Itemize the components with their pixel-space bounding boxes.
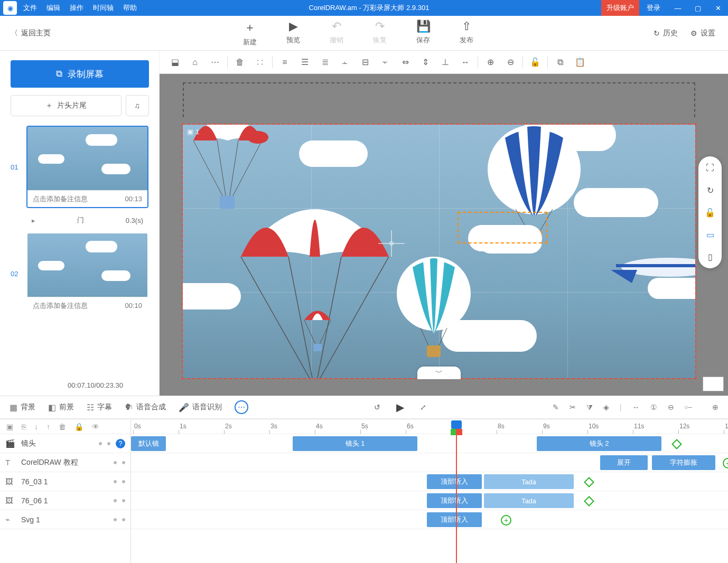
copy-icon[interactable]: ⧉ — [550, 53, 570, 71]
track-visibility-dot[interactable] — [114, 499, 117, 502]
play-transition-icon[interactable]: ▸ — [32, 217, 35, 224]
zoom-in-timeline-icon[interactable]: ⊕ — [712, 403, 718, 411]
paste-icon[interactable]: 📋 — [570, 53, 590, 71]
canvas-frame[interactable] — [183, 125, 695, 378]
timeline-clip[interactable]: 顶部斩入 — [427, 512, 482, 527]
transition-row[interactable]: ▸ 门 0.3(s) — [11, 213, 148, 227]
selection-box[interactable] — [458, 212, 547, 243]
track-lock-dot[interactable] — [122, 518, 125, 521]
record-screen-button[interactable]: ⧉ 录制屏幕 — [11, 60, 149, 88]
timeline-lane[interactable]: 顶部斩入Tada一直 — [131, 472, 728, 491]
lock-icon[interactable]: 🔓 — [525, 53, 545, 71]
keyframe-diamond[interactable] — [671, 439, 682, 449]
timeline-lane[interactable]: 顶部斩入Tada一直 — [131, 491, 728, 510]
keyframe-diamond[interactable] — [584, 477, 594, 487]
timeline-clip[interactable]: 默认镜 — [131, 436, 166, 451]
track-header[interactable]: 🖼 76_06 1 — [0, 491, 130, 510]
stage-collapse-handle[interactable]: ﹀ — [417, 367, 461, 379]
keyframe-diamond[interactable] — [584, 496, 594, 506]
timeline-ruler[interactable]: 0s1s2s3s4s5s6s7s8s9s10s11s12s13s — [131, 419, 728, 434]
marker-icon[interactable]: ◈ — [603, 403, 609, 411]
add-keyframe-button[interactable]: + — [723, 458, 728, 468]
playhead-handle-icon[interactable] — [451, 420, 462, 429]
align-left-icon[interactable]: ≡ — [275, 53, 295, 71]
layer-back-icon[interactable]: ⬓ — [165, 53, 185, 71]
upgrade-button[interactable]: 升级账户 — [601, 0, 639, 16]
timeline-clip[interactable]: Tada — [484, 493, 574, 508]
add-intro-outro-button[interactable]: ＋ 片头片尾 — [11, 95, 122, 116]
home-icon[interactable]: ⌂ — [185, 53, 205, 71]
track-header[interactable]: 🎬 镜头 ? — [0, 434, 130, 453]
scene-thumbnail[interactable]: 点击添加备注信息 00:10 — [26, 232, 148, 315]
edit-pencil-icon[interactable]: ✎ — [553, 403, 559, 411]
zoom-slider-icon[interactable]: ○─ — [685, 404, 692, 410]
align-middle-icon[interactable]: ⊟ — [355, 53, 375, 71]
track-visibility-dot[interactable] — [114, 461, 117, 464]
rotate-icon[interactable]: ↻ — [704, 184, 716, 196]
maximize-button[interactable]: ▢ — [688, 0, 708, 16]
spacing-icon[interactable]: ↔ — [455, 53, 475, 71]
tab-tts[interactable]: 🗣语音合成 — [125, 402, 166, 412]
tl-tool-eye-icon[interactable]: 👁 — [92, 423, 99, 431]
timeline-lane[interactable]: 顶部斩入一直+ — [131, 510, 728, 529]
align-center-icon[interactable]: ☰ — [295, 53, 315, 71]
tl-tool-folder-icon[interactable]: ⎘ — [22, 423, 26, 431]
timeline-clip[interactable]: 顶部斩入 — [427, 493, 482, 508]
scene-caption[interactable]: 点击添加备注信息 — [33, 301, 88, 311]
track-header[interactable]: ⌁ Svg 1 — [0, 510, 130, 529]
tool-new[interactable]: ＋新建 — [238, 20, 262, 47]
focus-icon[interactable]: ⸬ — [250, 53, 270, 71]
timeline-lane[interactable]: 展开字符膨胀一直+ — [131, 453, 728, 472]
track-visibility-dot[interactable] — [114, 518, 117, 521]
menu-timeline[interactable]: 时间轴 — [93, 3, 114, 13]
playhead[interactable] — [456, 420, 457, 563]
more-h-icon[interactable]: ⋯ — [205, 53, 225, 71]
track-lock-dot[interactable] — [107, 442, 110, 445]
rewind-icon[interactable]: ↺ — [374, 403, 380, 411]
menu-help[interactable]: 帮助 — [123, 3, 137, 13]
timeline-clip[interactable]: 字符膨胀 — [652, 455, 715, 470]
device-icon[interactable]: ▯ — [704, 250, 716, 263]
menu-file[interactable]: 文件 — [23, 3, 37, 13]
tab-fg[interactable]: ◧前景 — [48, 402, 74, 412]
music-button[interactable]: ♫ — [126, 95, 149, 116]
back-home-button[interactable]: 〈 返回主页 — [11, 29, 51, 38]
track-lock-dot[interactable] — [122, 499, 125, 502]
track-header[interactable]: T CorelDRAW 教程 — [0, 453, 130, 472]
timeline-clip[interactable]: 镜头 2 — [537, 436, 661, 451]
tl-tool-trash-icon[interactable]: 🗑 — [59, 423, 66, 431]
tab-subtitle[interactable]: ☷字幕 — [87, 402, 112, 412]
timeline-lanes[interactable]: 0s1s2s3s4s5s6s7s8s9s10s11s12s13s 默认镜镜头 1… — [131, 419, 728, 563]
more-tabs-button[interactable]: ⋯ — [235, 400, 248, 414]
align-right-icon[interactable]: ≣ — [315, 53, 335, 71]
tl-tool-add-icon[interactable]: ▣ — [6, 423, 13, 431]
trash-icon[interactable]: 🗑 — [230, 53, 250, 71]
tool-history[interactable]: ↻历史 — [654, 29, 678, 38]
track-lock-dot[interactable] — [122, 480, 125, 483]
cut-icon[interactable]: ✂ — [570, 403, 576, 411]
track-lock-dot[interactable] — [122, 461, 125, 464]
add-keyframe-button[interactable]: + — [501, 515, 511, 526]
align-bottom-icon[interactable]: ⫟ — [375, 53, 395, 71]
fit-one-icon[interactable]: ① — [650, 403, 657, 411]
scene-thumbnail[interactable]: 点击添加备注信息 00:13 — [26, 126, 148, 208]
tab-asr[interactable]: 🎤语音识别 — [179, 402, 222, 412]
zoom-in-icon[interactable]: ⊕ — [480, 53, 500, 71]
zoom-out-icon[interactable]: ⊖ — [500, 53, 520, 71]
scene-caption[interactable]: 点击添加备注信息 — [33, 194, 88, 204]
timeline-clip[interactable]: 顶部斩入 — [427, 474, 482, 489]
timeline-clip[interactable]: 镜头 1 — [293, 436, 417, 451]
tl-tool-lock-icon[interactable]: 🔒 — [74, 423, 83, 431]
canvas-stage[interactable]: ▣ 1 ﹀ — [183, 82, 695, 378]
timeline-clip[interactable]: Tada — [484, 474, 574, 489]
align-top-icon[interactable]: ⫠ — [335, 53, 355, 71]
tool-publish[interactable]: ⇧发布 — [454, 20, 479, 47]
distribute-h-icon[interactable]: ⇔ — [395, 53, 415, 71]
tab-bg[interactable]: ▦背景 — [10, 402, 35, 412]
zoom-out-timeline-icon[interactable]: ⊖ — [668, 403, 674, 411]
expand-icon[interactable]: ⤢ — [420, 403, 426, 411]
tl-tool-up-icon[interactable]: ↑ — [46, 423, 50, 431]
minimize-button[interactable]: — — [668, 0, 688, 16]
track-header[interactable]: 🖼 76_03 1 — [0, 472, 130, 491]
tool-preview[interactable]: ▶预览 — [281, 20, 305, 47]
